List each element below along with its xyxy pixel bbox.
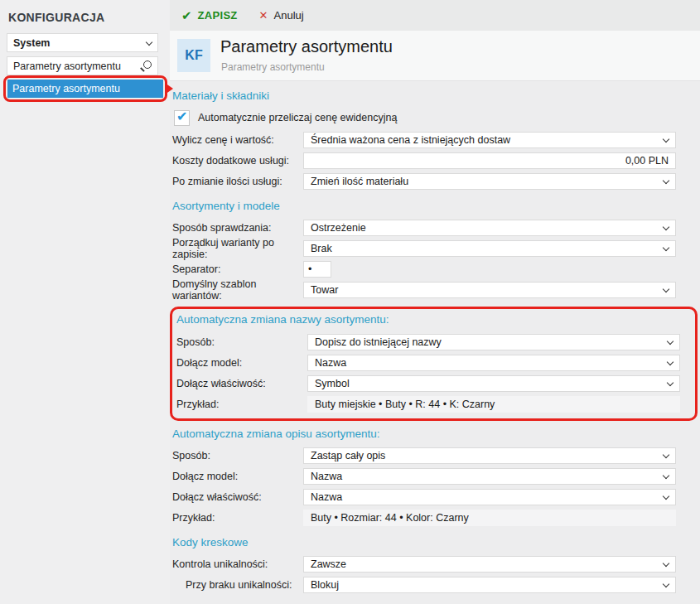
field-label: Dołącz właściwość: bbox=[172, 491, 303, 503]
field-label: Sposób sprawdzania: bbox=[172, 222, 303, 234]
check-icon: ✔ bbox=[181, 8, 192, 23]
section-asortymenty-i-modele: Asortymenty i modele Sposób sprawdzania:… bbox=[172, 200, 700, 298]
field-label: Koszty dodatkowe usługi: bbox=[172, 155, 303, 167]
domyslny-szablon-select[interactable]: Towar bbox=[303, 282, 676, 298]
save-button[interactable]: ✔ ZAPISZ bbox=[181, 8, 238, 23]
form-row: Dołącz właściwość: Symbol bbox=[176, 375, 695, 392]
wylicz-cene-select[interactable]: Średnia ważona cena z istniejących dosta… bbox=[303, 132, 676, 148]
form-row: Dołącz właściwość: Nazwa bbox=[172, 489, 700, 505]
page-header: KF Parametry asortymentu Parametry asort… bbox=[170, 31, 700, 81]
chevron-down-icon bbox=[663, 135, 669, 142]
koszty-dodatkowe-input[interactable]: 0,00 PLN bbox=[303, 152, 676, 169]
checkbox-row: ✔ Automatycznie przeliczaj cenę ewidency… bbox=[172, 109, 700, 126]
kontrola-unikalnosci-select[interactable]: Zawsze bbox=[303, 556, 676, 573]
field-label: Przy braku unikalności: bbox=[172, 579, 303, 591]
nazwa-sposob-select[interactable]: Dopisz do istniejącej nazwy bbox=[307, 334, 680, 350]
nazwa-dolacz-model-select[interactable]: Nazwa bbox=[307, 355, 680, 371]
form-row: Separator: • bbox=[172, 261, 700, 278]
sidebar: KONFIGURACJA System Parametry asortyment… bbox=[0, 0, 170, 604]
main-panel: ✔ ZAPISZ ✕ Anuluj KF Parametry asortymen… bbox=[170, 0, 700, 604]
opis-przyklad-value: Buty • Rozmiar: 44 • Kolor: Czarny bbox=[303, 510, 676, 526]
section-kody-kreskowe: Kody kreskowe Kontrola unikalności: Zaws… bbox=[172, 536, 700, 593]
select-value: Zawsze bbox=[311, 558, 346, 570]
select-value: Średnia ważona cena z istniejących dosta… bbox=[311, 134, 510, 146]
form-row: Dołącz model: Nazwa bbox=[176, 355, 695, 371]
field-label: Przykład: bbox=[176, 399, 307, 410]
chevron-down-icon bbox=[663, 244, 669, 250]
section-title: Automatyczna zmiana opisu asortymentu: bbox=[172, 428, 700, 440]
field-label: Po zmianie ilości usługi: bbox=[172, 176, 303, 187]
field-label: Kontrola unikalności: bbox=[172, 558, 303, 570]
select-value: Nazwa bbox=[311, 491, 342, 503]
field-label: Dołącz właściwość: bbox=[176, 378, 307, 389]
field-label: Domyślny szablon wariantów: bbox=[172, 278, 303, 302]
select-value: Dopisz do istniejącej nazwy bbox=[315, 336, 442, 348]
toolbar: ✔ ZAPISZ ✕ Anuluj bbox=[170, 0, 700, 31]
porzadkuj-warianty-select[interactable]: Brak bbox=[303, 240, 676, 257]
form-row: Domyślny szablon wariantów: Towar bbox=[172, 282, 700, 298]
select-value: Blokuj bbox=[311, 579, 339, 591]
sposob-sprawdzania-select[interactable]: Ostrzeżenie bbox=[303, 220, 676, 236]
input-value: 0,00 PLN bbox=[625, 155, 669, 167]
chevron-down-icon bbox=[667, 358, 673, 365]
category-select-value: System bbox=[13, 37, 50, 49]
select-value: Nazwa bbox=[315, 357, 346, 369]
section-title: Automatyczna zmiana nazwy asortymentu: bbox=[176, 313, 695, 326]
section-materialy-i-skladniki: Materiały i składniki ✔ Automatycznie pr… bbox=[172, 89, 700, 190]
select-value: Towar bbox=[311, 284, 338, 296]
field-label: Porządkuj warianty po zapisie: bbox=[172, 237, 303, 260]
search-icon bbox=[140, 60, 152, 72]
form-row: Przy braku unikalności: Blokuj bbox=[172, 577, 700, 593]
page-title: Parametry asortymentu bbox=[220, 37, 393, 56]
settings-content: Materiały i składniki ✔ Automatycznie pr… bbox=[170, 81, 700, 604]
przy-braku-unikalnosci-select[interactable]: Blokuj bbox=[303, 577, 676, 593]
readonly-value: Buty • Rozmiar: 44 • Kolor: Czarny bbox=[311, 512, 469, 524]
category-select[interactable]: System bbox=[7, 33, 158, 52]
x-icon: ✕ bbox=[259, 9, 268, 22]
form-row: Wylicz cenę i wartość: Średnia ważona ce… bbox=[172, 132, 700, 148]
form-row: Dołącz model: Nazwa bbox=[172, 468, 700, 485]
form-row: Sposób sprawdzania: Ostrzeżenie bbox=[172, 220, 700, 236]
select-value: Nazwa bbox=[311, 471, 342, 482]
section-zmiana-nazwy: Automatyczna zmiana nazwy asortymentu: S… bbox=[176, 313, 695, 413]
opis-dolacz-model-select[interactable]: Nazwa bbox=[303, 468, 676, 485]
chevron-down-icon bbox=[663, 559, 669, 566]
form-row: Koszty dodatkowe usługi: 0,00 PLN bbox=[172, 152, 700, 169]
form-row: Porządkuj warianty po zapisie: Brak bbox=[172, 240, 700, 257]
form-row: Po zmianie ilości usługi: Zmień ilość ma… bbox=[172, 173, 700, 190]
opis-sposob-select[interactable]: Zastąp cały opis bbox=[303, 447, 676, 464]
cancel-button[interactable]: ✕ Anuluj bbox=[259, 9, 304, 22]
chevron-down-icon bbox=[663, 451, 669, 457]
select-value: Symbol bbox=[315, 378, 350, 389]
search-input[interactable]: Parametry asortymentu bbox=[13, 60, 121, 72]
select-value: Brak bbox=[311, 243, 332, 254]
form-row: Przykład: Buty • Rozmiar: 44 • Kolor: Cz… bbox=[172, 510, 700, 526]
red-highlight-annotation-box: Automatyczna zmiana nazwy asortymentu: S… bbox=[170, 307, 698, 421]
opis-dolacz-wlasciwosc-select[interactable]: Nazwa bbox=[303, 489, 676, 505]
chevron-down-icon bbox=[663, 285, 669, 292]
readonly-value: Buty miejskie • Buty • R: 44 • K: Czarny bbox=[315, 399, 495, 410]
form-row: Kontrola unikalności: Zawsze bbox=[172, 556, 700, 573]
chevron-down-icon bbox=[146, 38, 152, 45]
configuration-window: KONFIGURACJA System Parametry asortyment… bbox=[0, 0, 700, 604]
cancel-button-label: Anuluj bbox=[274, 9, 304, 22]
module-badge: KF bbox=[177, 39, 210, 72]
auto-przeliczaj-checkbox[interactable]: ✔ bbox=[174, 110, 190, 126]
sidebar-title: KONFIGURACJA bbox=[8, 11, 104, 24]
form-row: Sposób: Zastąp cały opis bbox=[172, 447, 700, 464]
separator-input[interactable]: • bbox=[303, 261, 331, 278]
form-row: Przykład: Buty miejskie • Buty • R: 44 •… bbox=[176, 396, 695, 413]
field-label: Sposób: bbox=[176, 336, 307, 348]
select-value: Zmień ilość materiału bbox=[311, 176, 408, 187]
field-label: Wylicz cenę i wartość: bbox=[172, 134, 303, 146]
po-zmianie-ilosci-select[interactable]: Zmień ilość materiału bbox=[303, 173, 676, 190]
nazwa-dolacz-wlasciwosc-select[interactable]: Symbol bbox=[307, 375, 680, 392]
chevron-down-icon bbox=[663, 580, 669, 587]
field-label: Przykład: bbox=[172, 512, 303, 524]
save-button-label: ZAPISZ bbox=[198, 9, 238, 22]
field-label: Dołącz model: bbox=[176, 357, 307, 369]
search-box[interactable]: Parametry asortymentu bbox=[7, 56, 158, 75]
sidebar-item-parametry-asortymentu[interactable]: Parametry asortymentu bbox=[7, 80, 163, 98]
checkbox-label: Automatycznie przeliczaj cenę ewidencyjn… bbox=[198, 112, 397, 123]
field-label: Dołącz model: bbox=[172, 471, 303, 482]
